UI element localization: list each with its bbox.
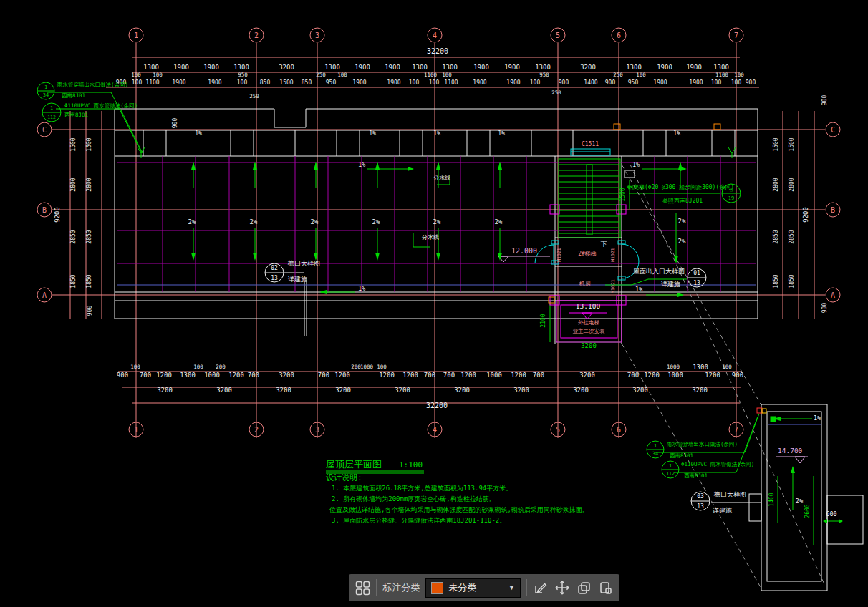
drawing-text: 100 [132,79,143,86]
drawing-text: 900 [87,306,93,316]
drawing-canvas[interactable]: 3220013001900190013003200130019001900130… [0,0,868,607]
drawing-text: 700 [443,372,455,379]
dropdown-caret-icon: ▼ [508,584,515,591]
arrowhead [791,466,795,473]
drawing-text: 2850 [773,230,779,243]
grid-bubble-4: 4 [433,31,437,39]
drawing-text: 2600 [804,504,811,518]
drawing-scale: 1:100 [399,460,423,470]
drawing-text: 100 [377,364,387,370]
drawing-text: 1% [358,161,365,168]
drawing-text: 112 [666,471,675,477]
drawing-path [795,457,805,463]
paste-button[interactable] [598,578,614,597]
grid-bubble-2: 2 [254,31,259,39]
drawing-text: 2% [796,497,804,505]
drawing-text: 1200 [511,372,526,379]
drawing-title: 屋顶层平面图 [326,459,382,470]
apps-icon [355,581,370,596]
rain-pipe-note-2: Φ110UPVC 雨水管做法(余同) [64,102,138,109]
arrowhead [498,162,502,170]
drawing-text: 1 [50,105,53,111]
drawing-text: 1300 [180,372,196,379]
drawing-text: 100 [153,72,163,78]
drawing-rect [614,124,620,130]
drawing-text: 西南8J01 [62,92,85,99]
drawing-text: 100 [442,72,452,78]
drawing-line [745,414,759,452]
drawing-text: 3200 [580,64,596,71]
drawing-text: 19 [728,195,734,201]
drawing-text: 1100 [715,72,729,78]
copy-button[interactable] [576,578,592,597]
drawing-text: 900 [821,95,828,106]
drawing-text: 1900 [657,64,672,71]
drawing-text: 900 [746,79,756,86]
drawing-text: 112 [47,115,56,120]
drawing-text: 900 [559,79,569,86]
drawing-text: 1 [669,463,672,469]
drawing-text: 13 [271,275,278,281]
drawing-text: 外挂电梯 [578,319,599,326]
drawing-text: 1900 [504,64,520,71]
drawing-text: 1000 [360,364,374,370]
drawing-text: 100 [131,72,141,78]
drawing-text: 1900 [653,79,667,86]
apps-button[interactable] [355,578,370,597]
drawing-text: 3200 [335,387,351,394]
drawing-text: 9200 [54,207,61,223]
drawing-text: 1300 [324,64,340,71]
toolbar-divider [376,579,377,596]
drawing-text: 1500 [279,79,293,86]
edit-annotation-button[interactable] [533,578,549,597]
drawing-text: 1200 [156,372,172,379]
arrowhead [677,293,684,297]
drawing-text: 100 [337,72,347,78]
drawing-text: 3200 [279,64,294,71]
drawing-text: 1100 [424,72,438,78]
grid-bubble-B: B [42,206,47,214]
note-line-3: 位置及做法详结施,各个墙体均采用与砌体强度匹配的砂浆砌筑,砌筑后采用同种砂浆抹面… [329,506,589,513]
drawing-text: 2% [311,218,319,225]
drawing-text: 2850 [86,230,92,243]
drawing-text: B [831,206,835,214]
drawing-text: 1900 [203,64,219,71]
drawing-text: 900 [605,79,616,86]
category-dropdown[interactable]: 未分类 ▼ [425,578,521,598]
window-tag: C1511 [582,141,599,147]
drawing-text: 1200 [334,372,350,379]
drawing-text: 1500 [789,137,795,151]
drawing-text: 1200 [705,372,720,379]
drawing-text: 950 [238,72,248,78]
drawing-text: 分水线 [422,234,439,241]
drawing-text: 1 [44,84,47,90]
paste-icon [598,581,613,596]
rain-pipe-note-4: Φ110UPVC 雨水管做法(余同) [681,461,754,467]
drawing-text: 西南8J01 [64,112,88,118]
drawing-text: 1300 [233,64,249,71]
drawing-text: 2% [372,218,380,225]
drawing-text: 1900 [385,64,400,71]
drawing-text: 6 [617,426,621,434]
drawing-text: 32200 [427,47,448,55]
drawing-text: 1000 [667,372,683,379]
drawing-text: 3200 [157,387,173,394]
drawing-text: 1850 [86,274,92,288]
drawing-text: 1900 [473,64,489,71]
drawing-text: 32200 [426,402,448,409]
drawing-text: 1500 [773,137,779,151]
drawing-text: 700 [627,372,639,379]
annotation-category-label: 标注分类 [382,581,420,594]
drawing-text: 详建施 [288,276,307,283]
drawing-text: 100 [130,364,140,370]
drawing-text: 1500 [619,188,626,201]
drawing-rect [762,409,766,413]
drawing-text: 100 [193,364,203,370]
drawing-text: 1900 [355,64,370,71]
arrowhead [375,162,380,170]
drawing-text: 950 [326,79,337,86]
drawing-text: 700 [248,372,259,379]
drawing-text: 13 [697,503,704,510]
cad-viewer: 3220013001900190013003200130019001900130… [0,0,868,607]
move-button[interactable] [554,578,570,597]
